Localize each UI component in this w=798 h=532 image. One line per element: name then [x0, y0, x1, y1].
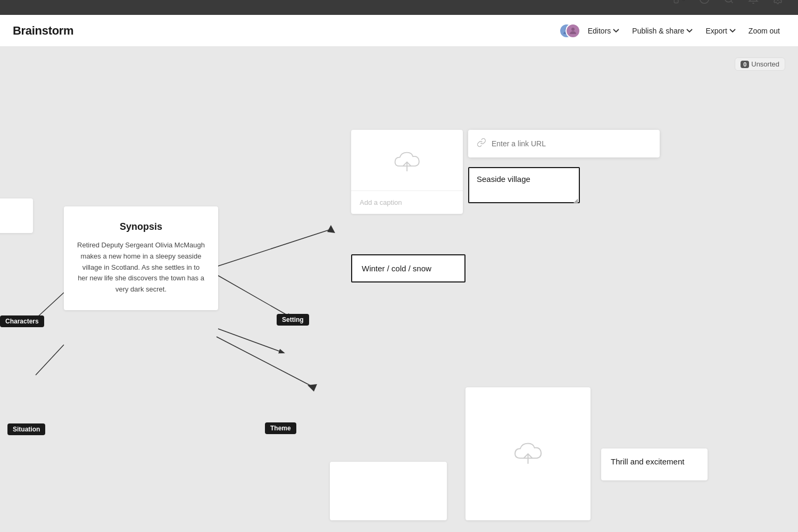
editors-chevron-icon	[613, 28, 619, 34]
svg-line-5	[731, 1, 733, 3]
canvas: 0 Unsorted Characters Setting Situation …	[0, 47, 798, 532]
characters-label-tag: Characters	[0, 315, 44, 327]
svg-line-15	[217, 337, 314, 387]
zoom-label: Zoom out	[749, 27, 780, 35]
seaside-card-wrapper: ◢	[468, 167, 580, 205]
unsorted-label: Unsorted	[751, 60, 779, 68]
header-left: Brainstorm	[13, 24, 73, 38]
upload-card[interactable]: Add a caption	[351, 130, 463, 214]
svg-point-6	[777, 0, 779, 1]
upload-area[interactable]	[351, 130, 463, 191]
editors-avatars	[559, 23, 576, 38]
synopsis-title: Synopsis	[77, 221, 205, 232]
avatar-2	[566, 23, 580, 38]
link-card[interactable]	[468, 130, 660, 157]
svg-point-2	[700, 0, 709, 3]
header-right: 0	[559, 23, 785, 38]
svg-marker-14	[327, 225, 335, 233]
svg-line-12	[218, 329, 284, 353]
situation-label-tag: Situation	[7, 423, 45, 435]
help-icon-btn[interactable]	[697, 0, 712, 6]
settings-icon-btn[interactable]	[770, 0, 785, 6]
editors-btn[interactable]: Editors	[583, 23, 625, 38]
bottom-upload-card[interactable]	[466, 387, 591, 520]
svg-line-10	[218, 276, 292, 318]
theme-label-tag: Theme	[265, 422, 296, 434]
editors-label: Editors	[588, 27, 611, 35]
svg-marker-16	[307, 384, 317, 392]
setting-label-tag: Setting	[277, 314, 309, 326]
thrill-text: Thrill and excitement	[611, 457, 684, 466]
svg-line-9	[36, 293, 64, 319]
caption-area[interactable]: Add a caption	[351, 191, 463, 214]
phone-icon-btn[interactable]: 0	[669, 0, 687, 6]
caption-placeholder: Add a caption	[360, 198, 402, 206]
publish-label: Publish & share	[632, 27, 684, 35]
publish-btn[interactable]: Publish & share	[627, 23, 698, 38]
bottom-strip-card	[330, 462, 447, 520]
app-header: Brainstorm 0	[0, 15, 798, 47]
phone-badge: 0	[682, 0, 685, 2]
export-btn[interactable]: Export	[700, 23, 741, 38]
resize-handle: ◢	[573, 197, 578, 204]
zoom-btn[interactable]: Zoom out	[743, 23, 785, 38]
seaside-card[interactable]	[468, 167, 580, 203]
left-partial-card	[0, 198, 33, 233]
link-icon	[477, 138, 486, 150]
app-title: Brainstorm	[13, 24, 73, 38]
bottom-cloud-icon	[511, 439, 545, 469]
thrill-card[interactable]: Thrill and excitement	[601, 448, 708, 480]
svg-point-8	[571, 28, 575, 31]
unsorted-count: 0	[741, 61, 749, 68]
winter-card[interactable]: Winter / cold / snow	[351, 254, 466, 282]
bell-icon-btn[interactable]	[746, 0, 761, 6]
search-icon-btn[interactable]	[721, 0, 736, 6]
export-label: Export	[705, 27, 727, 35]
svg-line-13	[217, 229, 331, 267]
svg-line-11	[36, 345, 64, 375]
export-chevron-icon	[729, 28, 736, 34]
unsorted-badge[interactable]: 0 Unsorted	[735, 57, 785, 71]
winter-text: Winter / cold / snow	[362, 264, 431, 273]
link-url-input[interactable]	[492, 139, 651, 148]
cloud-upload-icon	[391, 149, 423, 176]
publish-chevron-icon	[686, 28, 693, 34]
synopsis-body: Retired Deputy Sergeant Olivia McMaugh m…	[77, 240, 205, 295]
synopsis-card: Synopsis Retired Deputy Sergeant Olivia …	[64, 206, 218, 310]
